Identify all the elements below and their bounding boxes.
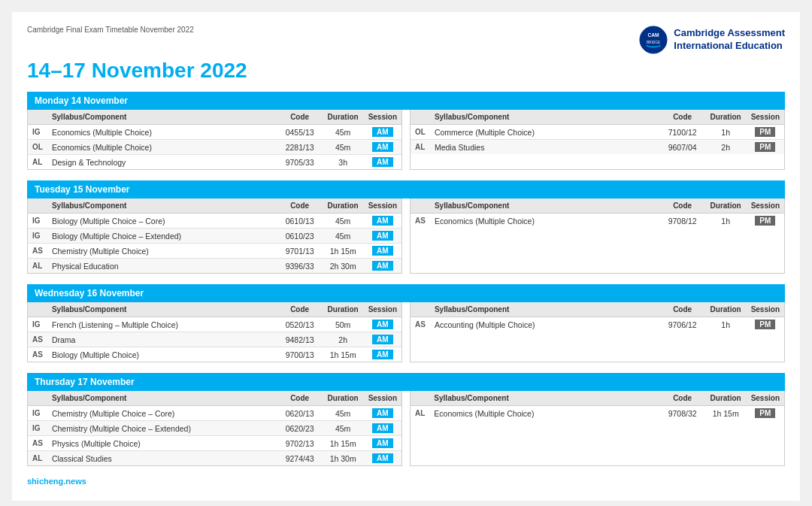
col-header-level (28, 198, 47, 214)
cell-code: 7100/12 (660, 125, 705, 140)
col-header-session: Session (747, 391, 784, 406)
session-badge: AM (372, 453, 393, 463)
cell-level: AL (28, 451, 47, 466)
footer-watermark: shicheng.news (27, 477, 785, 486)
col-header-code: Code (277, 302, 323, 317)
col-header-duration: Duration (705, 198, 747, 214)
cell-session: AM (364, 451, 401, 466)
cell-level: IG (28, 317, 47, 332)
cell-code: 0620/23 (277, 421, 323, 436)
col-header-code: Code (277, 110, 323, 125)
col-header-duration: Duration (705, 110, 747, 125)
day-header-2: Wednesday 16 November (27, 284, 785, 302)
cell-session: AM (364, 421, 401, 436)
cell-code: 9705/33 (277, 155, 323, 170)
cell-level: AS (28, 332, 47, 347)
col-header-session: Session (364, 110, 401, 125)
table-right-2: Syllabus/ComponentCodeDurationSessionASA… (411, 302, 784, 332)
half-table-left-0: Syllabus/ComponentCodeDurationSessionIGE… (27, 110, 402, 170)
cell-duration: 1h (705, 317, 747, 332)
cell-syllabus: Biology (Multiple Choice) (47, 347, 277, 362)
table-left-2: Syllabus/ComponentCodeDurationSessionIGF… (28, 302, 401, 362)
cell-session: PM (747, 317, 784, 332)
col-header-session: Session (747, 110, 784, 125)
cell-level: AL (28, 155, 47, 170)
session-badge: AM (372, 408, 393, 418)
cell-session: PM (747, 140, 784, 155)
cell-syllabus: Drama (47, 332, 277, 347)
cell-session: AM (364, 317, 401, 332)
cell-level: IG (28, 229, 47, 244)
cell-duration: 2h (323, 332, 364, 347)
table-row: ALEconomics (Multiple Choice)9708/321h 1… (411, 406, 784, 421)
cell-duration: 1h (705, 214, 747, 229)
cell-syllabus: Media Studies (430, 140, 660, 155)
session-badge: AM (372, 231, 393, 241)
cambridge-logo-icon: CAM BRIDGE (639, 26, 668, 54)
session-badge: AM (372, 350, 393, 359)
day-header-3: Thursday 17 November (27, 373, 785, 391)
col-header-level (28, 391, 47, 406)
col-header-code: Code (277, 198, 323, 214)
cell-session: AM (364, 140, 401, 155)
col-header-syllabus-component: Syllabus/Component (47, 391, 277, 406)
col-header-duration: Duration (705, 302, 747, 317)
day-content-0: Syllabus/ComponentCodeDurationSessionIGE… (27, 110, 785, 170)
cell-code: 0620/13 (277, 406, 323, 421)
col-header-level (28, 302, 47, 317)
cell-level: AL (28, 259, 47, 274)
cell-duration: 45m (323, 229, 364, 244)
svg-text:BRIDGE: BRIDGE (647, 41, 660, 44)
table-row: ALClassical Studies9274/431h 30mAM (28, 451, 401, 466)
col-header-syllabus-component: Syllabus/Component (430, 198, 660, 214)
cell-code: 9274/43 (277, 451, 323, 466)
col-header-syllabus-component: Syllabus/Component (47, 302, 277, 317)
session-badge: AM (372, 438, 393, 448)
table-row: IGChemistry (Multiple Choice – Core)0620… (28, 406, 401, 421)
cell-syllabus: Design & Technology (47, 155, 277, 170)
day-section-3: Thursday 17 NovemberSyllabus/ComponentCo… (27, 373, 785, 466)
cell-session: AM (364, 229, 401, 244)
session-badge: AM (372, 127, 393, 137)
table-row: IGEconomics (Multiple Choice)0455/1345mA… (28, 125, 401, 140)
cell-syllabus: Biology (Multiple Choice – Core) (47, 214, 277, 229)
cell-code: 9607/04 (660, 140, 705, 155)
cell-session: AM (364, 125, 401, 140)
col-header-duration: Duration (323, 391, 364, 406)
cell-session: PM (747, 214, 784, 229)
cell-duration: 1h 15m (323, 347, 364, 362)
cell-level: OL (411, 125, 430, 140)
cell-level: OL (28, 140, 47, 155)
table-row: IGFrench (Listening – Multiple Choice)05… (28, 317, 401, 332)
session-badge: AM (372, 335, 393, 344)
table-row: ALPhysical Education9396/332h 30mAM (28, 259, 401, 274)
half-table-left-1: Syllabus/ComponentCodeDurationSessionIGB… (27, 198, 402, 274)
cell-level: AS (28, 244, 47, 259)
cell-code: 9702/13 (277, 436, 323, 451)
half-table-right-1: Syllabus/ComponentCodeDurationSessionASE… (410, 198, 785, 274)
top-bar: Cambridge Final Exam Timetable November … (27, 26, 785, 54)
cell-duration: 2h 30m (323, 259, 364, 274)
logo-text: Cambridge Assessment International Educa… (674, 27, 785, 53)
table-right-0: Syllabus/ComponentCodeDurationSessionOLC… (411, 110, 784, 154)
table-row: ASDrama9482/132hAM (28, 332, 401, 347)
col-header-level (28, 110, 47, 125)
cell-syllabus: Classical Studies (47, 451, 277, 466)
cell-code: 0455/13 (277, 125, 323, 140)
day-section-0: Monday 14 NovemberSyllabus/ComponentCode… (27, 92, 785, 170)
cell-duration: 3h (323, 155, 364, 170)
cell-duration: 45m (323, 421, 364, 436)
col-header-duration: Duration (705, 391, 747, 406)
cell-level: AS (411, 317, 430, 332)
session-badge: AM (372, 246, 393, 256)
col-header-code: Code (660, 302, 705, 317)
session-badge: AM (372, 320, 393, 329)
table-row: IGBiology (Multiple Choice – Extended)06… (28, 229, 401, 244)
days-container: Monday 14 NovemberSyllabus/ComponentCode… (27, 92, 785, 466)
cell-code: 9701/13 (277, 244, 323, 259)
svg-text:CAM: CAM (648, 32, 660, 38)
table-row: ASPhysics (Multiple Choice)9702/131h 15m… (28, 436, 401, 451)
half-table-right-2: Syllabus/ComponentCodeDurationSessionASA… (410, 302, 785, 362)
cell-code: 9708/32 (660, 406, 705, 421)
col-header-session: Session (364, 391, 401, 406)
